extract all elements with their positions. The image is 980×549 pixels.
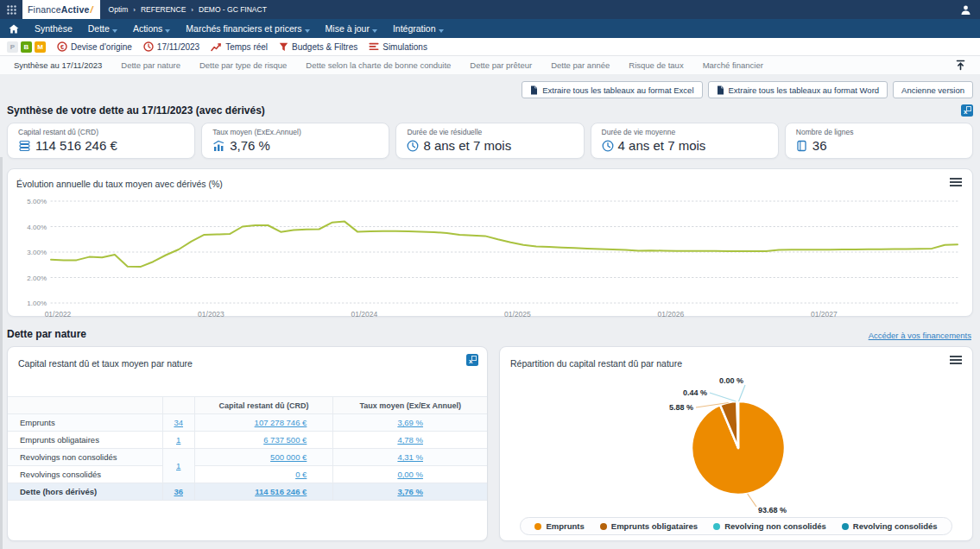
tab-dette-par-type-de-risque[interactable]: Dette par type de risque [199, 60, 287, 70]
date-selector[interactable]: 17/11/2023 [143, 41, 199, 52]
kpi-value: 3,76 % [212, 138, 378, 153]
breadcrumb-app[interactable]: Optim [109, 5, 129, 14]
bar-chart-icon [212, 140, 225, 152]
main-nav: Synthèse Dette Actions Marchés financier… [0, 19, 980, 38]
home-icon[interactable] [9, 24, 19, 34]
capital-pie-chart[interactable]: 93.68 %5.88 %0.44 %0.00 % [501, 372, 971, 517]
row-label: Dette (hors dérivés) [8, 483, 162, 501]
rate-link[interactable]: 0,00 % [397, 470, 423, 479]
chevron-right-icon: › [133, 6, 136, 14]
old-version-button[interactable]: Ancienne version [893, 81, 973, 98]
clock-icon [143, 41, 154, 52]
euro-icon: € [57, 41, 67, 52]
brand-logo[interactable]: FinanceActive / [22, 0, 100, 19]
nav-item-synthese[interactable]: Synthèse [35, 23, 73, 34]
nav-label: Actions [133, 23, 162, 34]
kpi-label: Durée de vie résiduelle [407, 128, 572, 136]
debt-by-nature-table: Capital restant dû (CRD) Taux moyen (Ex/… [8, 396, 487, 501]
header-empty [8, 397, 162, 414]
financements-link[interactable]: Accéder à vos financements [869, 331, 971, 340]
currency-toggle[interactable]: € Devise d'origine [57, 41, 132, 52]
header-rate: Taux moyen (Ex/Ex Annuel) [333, 397, 487, 414]
tab-marche-financier[interactable]: Marché financier [703, 60, 763, 70]
nav-item-integration[interactable]: Intégration [393, 23, 444, 34]
svg-text:01/2023: 01/2023 [198, 310, 224, 319]
kpi-duree-vie-moyenne: Durée de vie moyenne 4 ans et 7 mois [591, 123, 779, 159]
excel-export-icon[interactable]: x [961, 104, 973, 117]
rate-link[interactable]: 3,76 % [397, 487, 423, 496]
user-icon[interactable] [960, 4, 971, 16]
rate-link[interactable]: 4,31 % [397, 452, 423, 462]
simulations-button[interactable]: Simulations [369, 42, 427, 52]
svg-text:0.00 %: 0.00 % [719, 376, 743, 385]
svg-text:5.88 %: 5.88 % [669, 403, 693, 412]
rate-chart-title: Évolution annuelle du taux moyen avec dé… [16, 179, 223, 189]
realtime-toggle[interactable]: Temps réel [211, 42, 268, 52]
legend-item-revolving-consolides[interactable]: Revolving consolidés [842, 521, 938, 531]
tab-dette-par-preteur[interactable]: Dette par prêteur [470, 60, 532, 70]
excel-export-icon[interactable]: x [466, 354, 478, 366]
kpi-value-text: 3,76 % [230, 138, 270, 153]
rate-link[interactable]: 3,69 % [397, 418, 423, 427]
kpi-capital-restant-du: Capital restant dû (CRD) 114 516 246 € [7, 123, 195, 159]
legend-item-emprunts-obligataires[interactable]: Emprunts obligataires [600, 521, 698, 531]
legend-dot [600, 523, 607, 530]
badge-p[interactable]: P [7, 41, 18, 53]
chart-menu-icon[interactable] [950, 176, 962, 188]
count-link[interactable]: 34 [174, 418, 183, 427]
nav-item-marches[interactable]: Marchés financiers et pricers [186, 23, 309, 34]
rate-line-chart: 1.00%2.00%3.00%4.00%5.00%01/202201/20230… [16, 194, 966, 322]
kpi-label: Taux moyen (ExEx.Annuel) [212, 128, 378, 136]
summary-section-head: Synthèse de votre dette au 17/11/2023 (a… [7, 104, 973, 117]
svg-text:0.44 %: 0.44 % [683, 388, 707, 397]
badge-m[interactable]: M [35, 41, 46, 53]
app-grid-icon[interactable] [0, 5, 22, 15]
crd-link[interactable]: 0 € [295, 470, 307, 479]
coins-icon [18, 140, 31, 152]
tab-dette-charte[interactable]: Dette selon la charte de bonne conduite [306, 60, 451, 70]
legend-item-revolving-non-consolides[interactable]: Revolving non consolidés [713, 521, 826, 531]
kpi-value-text: 8 ans et 7 mois [423, 138, 511, 153]
kpi-value: 114 516 246 € [18, 138, 184, 153]
table-row-emprunts-obligataires: Emprunts obligataires 1 6 737 500 € 4,78… [8, 432, 487, 449]
left-scroll-edge [0, 157, 3, 549]
export-word-button[interactable]: Extraire tous les tableaux au format Wor… [708, 81, 888, 98]
scroll-to-top-icon[interactable] [955, 60, 966, 71]
crd-link[interactable]: 500 000 € [270, 452, 307, 462]
tab-dette-par-nature[interactable]: Dette par nature [121, 60, 180, 70]
summary-section-title: Synthèse de votre dette au 17/11/2023 (a… [7, 104, 265, 117]
pie-chart-title: Répartition du capital restant dû par na… [500, 358, 692, 369]
nav-label: Dette [88, 23, 110, 34]
pie-legend: Emprunts Emprunts obligataires Revolving… [500, 517, 972, 535]
nav-label: Mise à jour [326, 23, 370, 34]
chart-menu-icon[interactable] [950, 354, 962, 366]
nav-item-dette[interactable]: Dette [88, 23, 117, 34]
tab-dette-par-annee[interactable]: Dette par année [551, 60, 610, 70]
breadcrumb: Optim › REFERENCE › DEMO - GC FINACT [109, 5, 267, 14]
kpi-label: Durée de vie moyenne [602, 128, 768, 136]
nav-item-mise-a-jour[interactable]: Mise à jour [326, 23, 377, 34]
breadcrumb-level1[interactable]: REFERENCE [141, 5, 186, 14]
breadcrumb-level2[interactable]: DEMO - GC FINACT [199, 5, 267, 14]
count-link[interactable]: 1 [176, 461, 180, 470]
rate-link[interactable]: 4,78 % [397, 435, 423, 445]
badge-b[interactable]: B [21, 41, 32, 53]
svg-text:01/2027: 01/2027 [811, 310, 838, 319]
count-link[interactable]: 1 [176, 435, 180, 445]
nav-item-actions[interactable]: Actions [133, 23, 170, 34]
count-link[interactable]: 36 [174, 487, 183, 496]
legend-item-emprunts[interactable]: Emprunts [534, 521, 584, 531]
tab-risque-de-taux[interactable]: Risque de taux [629, 60, 683, 70]
row-label: Emprunts [8, 414, 162, 432]
budgets-filters-button[interactable]: Budgets & Filtres [279, 42, 357, 52]
export-excel-button[interactable]: Extraire tous les tableaux au format Exc… [522, 81, 702, 98]
crd-link[interactable]: 114 516 246 € [255, 487, 307, 496]
kpi-label: Nombre de lignes [796, 128, 962, 136]
rate-evolution-card: Évolution annuelle du taux moyen avec dé… [7, 168, 973, 317]
kpi-label: Capital restant dû (CRD) [18, 128, 184, 136]
crd-link[interactable]: 6 737 500 € [263, 435, 307, 445]
kpi-duree-vie-residuelle: Durée de vie résiduelle 8 ans et 7 mois [395, 123, 584, 159]
tab-synthese[interactable]: Synthèse au 17/11/2023 [14, 60, 102, 70]
crd-link[interactable]: 107 278 746 € [255, 418, 307, 427]
filter-icon [279, 42, 288, 52]
